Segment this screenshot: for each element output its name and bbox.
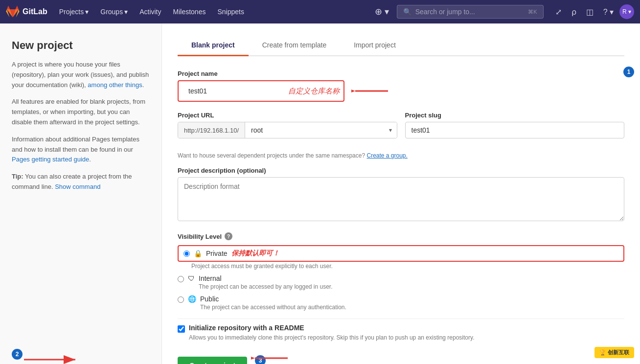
gitlab-logo[interactable]: GitLab — [6, 5, 47, 19]
public-label: Public — [200, 295, 346, 303]
zen-mode-button[interactable]: ⤢ — [551, 4, 566, 20]
description-group: Project description (optional) — [178, 167, 624, 223]
keyboard-shortcut: ⌘K — [528, 9, 537, 15]
search-bar[interactable]: 🔍 ⌘K — [397, 5, 544, 19]
sidebar: New project A project is where you house… — [0, 23, 161, 364]
namespace-select[interactable]: root — [245, 122, 396, 138]
project-url-section: Project URL http://192.168.1.10/ root ▾ … — [178, 112, 624, 148]
sidebar-pages-info: Information about additional Pages templ… — [12, 135, 150, 165]
nav-activity[interactable]: Activity — [136, 6, 165, 18]
url-prefix: http://192.168.1.10/ — [178, 122, 245, 138]
tab-import-project[interactable]: Import project — [340, 35, 410, 56]
search-icon: 🔍 — [403, 8, 411, 16]
visibility-section: Visibility Level ? 🔒 Private 保持默认即可！ Pro… — [178, 232, 624, 311]
private-option-row: 🔒 Private 保持默认即可！ — [178, 245, 624, 262]
among-other-things-link[interactable]: among other things — [88, 81, 142, 89]
readme-checkbox-row: Initialize repository with a README Allo… — [178, 324, 624, 342]
shield-icon: 🛡 — [188, 274, 195, 282]
navbar: GitLab Projects ▾ Groups ▾ Activity Mile… — [0, 0, 640, 23]
sidebar-desc2: All features are enabled for blank proje… — [12, 97, 150, 127]
tip-section: Tip: You can also create a project from … — [12, 172, 150, 192]
internal-option: 🛡 Internal The project can be accessed b… — [178, 274, 624, 290]
project-name-highlight-box: 自定义仓库名称 — [178, 80, 344, 102]
show-command-link[interactable]: Show command — [55, 183, 100, 190]
page-title: New project — [12, 39, 150, 52]
page-wrapper: New project A project is where you house… — [0, 23, 640, 364]
internal-desc: The project can be accessed by any logge… — [199, 283, 333, 290]
sidebar-desc1: A project is where you house your files … — [12, 60, 150, 90]
new-item-button[interactable]: ⊕ ▾ — [371, 3, 393, 20]
public-option: 🌐 Public The project can be accessed wit… — [178, 295, 624, 311]
arrow-1-svg — [351, 84, 390, 98]
private-radio[interactable] — [183, 250, 190, 257]
navbar-icons: ⤢ ⍴ ◫ ? ▾ R ▾ — [551, 4, 634, 20]
arrow-3-svg — [251, 351, 290, 364]
nav-milestones[interactable]: Milestones — [169, 6, 210, 18]
readme-content: Initialize repository with a README Allo… — [189, 324, 474, 342]
project-url-label: Project URL — [178, 112, 397, 119]
help-button[interactable]: ? ▾ — [599, 4, 617, 20]
watermark: 🏆 创新互联 — [594, 347, 634, 358]
badge-2: 2 — [12, 349, 23, 360]
project-name-label: Project name — [178, 70, 624, 77]
readme-checkbox[interactable] — [178, 325, 185, 333]
visibility-help-icon[interactable]: ? — [225, 232, 232, 240]
internal-label: Internal — [199, 274, 333, 282]
arrow-2-svg — [22, 350, 80, 364]
main-content: Blank project Create from template Impor… — [161, 23, 640, 364]
project-slug-group: Project slug — [405, 112, 625, 138]
description-textarea[interactable] — [178, 177, 624, 221]
private-desc: Project access must be granted explicitl… — [191, 262, 624, 270]
project-slug-label: Project slug — [405, 112, 625, 119]
pages-guide-link[interactable]: Pages getting started guide — [12, 156, 89, 163]
private-annotation: 保持默认即可！ — [231, 249, 279, 258]
nav-projects[interactable]: Projects ▾ — [55, 6, 93, 18]
private-label[interactable]: Private — [206, 250, 228, 257]
merge-requests-button[interactable]: ⍴ — [568, 4, 580, 20]
public-desc: The project can be accessed without any … — [200, 304, 346, 311]
namespace-select-wrapper: root ▾ — [245, 122, 396, 138]
create-button-row: Create project 3 — [178, 347, 624, 364]
search-input[interactable] — [415, 8, 525, 16]
namespace-hint: Want to house several dependent projects… — [178, 152, 624, 159]
project-slug-input[interactable] — [405, 122, 625, 138]
lock-icon: 🔒 — [194, 250, 202, 257]
globe-icon: 🌐 — [188, 295, 196, 303]
readme-label[interactable]: Initialize repository with a README — [189, 324, 304, 332]
nav-snippets[interactable]: Snippets — [213, 6, 248, 18]
description-label: Project description (optional) — [178, 167, 624, 174]
create-project-button[interactable]: Create project — [178, 357, 247, 364]
internal-content: Internal The project can be accessed by … — [199, 274, 333, 290]
project-name-group: Project name 1 自定义仓库名称 — [178, 70, 624, 102]
public-radio[interactable] — [178, 296, 184, 303]
project-name-annotation: 自定义仓库名称 — [288, 87, 340, 96]
nav-groups[interactable]: Groups ▾ — [96, 6, 132, 18]
internal-radio[interactable] — [178, 276, 184, 282]
issues-button[interactable]: ◫ — [582, 4, 597, 20]
user-avatar[interactable]: R ▾ — [619, 4, 634, 19]
brand-name: GitLab — [23, 7, 47, 16]
public-content: Public The project can be accessed witho… — [200, 295, 346, 311]
create-group-link[interactable]: Create a group. — [366, 152, 407, 159]
project-url-group: Project URL http://192.168.1.10/ root ▾ — [178, 112, 397, 138]
visibility-label: Visibility Level ? — [178, 232, 624, 240]
tab-create-from-template[interactable]: Create from template — [249, 35, 341, 56]
readme-desc: Allows you to immediately clone this pro… — [189, 333, 474, 342]
project-url-input-group: http://192.168.1.10/ root ▾ — [178, 122, 397, 138]
project-name-input[interactable] — [183, 83, 280, 99]
tab-blank-project[interactable]: Blank project — [178, 35, 249, 56]
badge-1: 1 — [623, 67, 634, 77]
readme-section: Initialize repository with a README Allo… — [178, 318, 624, 347]
project-tabs: Blank project Create from template Impor… — [178, 35, 624, 56]
